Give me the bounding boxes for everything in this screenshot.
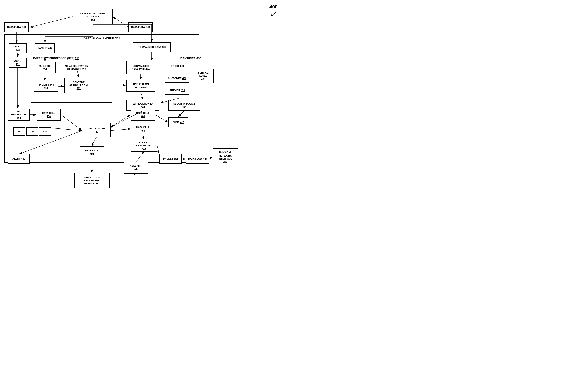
- done-label: DONE 420: [172, 121, 184, 124]
- content-search-box: CONTENTSEARCH LOGIC312: [64, 78, 93, 93]
- packet1-box: PACKET402: [9, 43, 27, 53]
- pni-top-ref: 302: [91, 18, 95, 21]
- data-cell5-box: DATA CELL408: [124, 162, 148, 174]
- cell-router-box: CELL ROUTER410: [82, 123, 111, 137]
- packet-bottom-box: PACKET 402: [159, 154, 181, 164]
- data-flow-top-right-box: DATA FLOW 444: [128, 22, 153, 32]
- p2-label: PACKET402: [13, 59, 23, 66]
- dfb-label: DATA FLOW 444: [188, 157, 207, 160]
- figure-number: 400: [269, 4, 278, 17]
- pni-top-box: PHYSICAL NETWORKINTERFACE 302: [73, 9, 113, 24]
- pg-label: PACKETGENERATOR418: [136, 141, 152, 150]
- svg-marker-1: [271, 14, 273, 16]
- cell450-label: 450: [17, 130, 21, 133]
- fp-label: FINGERPRINT 448: [35, 83, 56, 90]
- other-label: OTHER 440: [170, 64, 184, 68]
- data-cell2-box: DATA CELL408: [131, 109, 155, 121]
- dc4-label: DATA CELL408: [85, 149, 98, 155]
- dftr-label: DATA FLOW 444: [131, 26, 150, 28]
- svg-line-5: [113, 17, 128, 27]
- cell454-label: 454: [43, 130, 47, 133]
- packet2-box: PACKET402: [9, 57, 27, 68]
- dfp-label: DATA FLOW PROCESSOR (DFP) 310: [33, 57, 79, 60]
- cr-label: CELL ROUTER410: [88, 127, 105, 133]
- norm-data-type-box: NORMALIZEDDATA TYPE 424: [126, 61, 155, 74]
- app-group-box: APPLICATIONGROUP 422: [126, 80, 155, 92]
- alert-label: ALERT 442: [12, 157, 25, 160]
- ml-accel-box: ML ACCELERATIONHARDWARE 318: [62, 62, 91, 73]
- p1-label: PACKET402: [13, 45, 23, 51]
- packet-gen-box: PACKETGENERATOR418: [131, 140, 157, 152]
- p3-label: PACKET 402: [38, 46, 52, 50]
- diagram: 400 PHYSICAL NETWORKINTERFACE 302 DATA F…: [0, 0, 285, 196]
- ai-label: APPLICATION ID412: [133, 102, 153, 109]
- data-cell1-box: DATA CELL408: [37, 109, 61, 121]
- svg-line-4: [30, 17, 73, 27]
- pni-top-label: PHYSICAL NETWORKINTERFACE: [80, 12, 105, 18]
- ndt-label: NORMALIZEDDATA TYPE 424: [132, 64, 150, 71]
- csl-label: CONTENTSEARCH LOGIC312: [69, 81, 88, 90]
- dc1-label: DATA CELL408: [42, 112, 55, 118]
- sp-label: SECURITY POLICY414: [173, 102, 195, 109]
- alert-box: ALERT 442: [8, 154, 30, 164]
- app-proc-box: APPLICATIONPROCESSORMODULE 212: [74, 173, 110, 188]
- ml-logic-box: ML LOGIC314: [34, 62, 56, 73]
- service-level-box: SERVICELEVEL438: [193, 69, 214, 83]
- apm-label: APPLICATIONPROCESSORMODULE 212: [84, 176, 100, 185]
- ag-label: APPLICATIONGROUP 422: [132, 83, 149, 89]
- sl-label: SERVICELEVEL438: [198, 71, 209, 81]
- service-box: SERVICE 434: [165, 86, 189, 95]
- security-policy-box: SECURITY POLICY414: [168, 100, 200, 111]
- nd-label: NORMALIZED DATA 428: [138, 45, 166, 48]
- ml-logic-label: ML LOGIC314: [39, 64, 51, 71]
- cell454-box: 454: [39, 127, 51, 136]
- cell450-box: 450: [13, 127, 26, 136]
- pni-bottom-box: PHYSICALNETWORKINTERFACE302: [213, 148, 238, 166]
- data-flow-top-left-box: DATA FLOW 444: [4, 22, 29, 32]
- packet3-box: PACKET 402: [35, 43, 55, 53]
- norm-data-box: NORMALIZED DATA 428: [133, 42, 170, 52]
- done-box: DONE 420: [168, 117, 188, 127]
- id-label: IDENTIFIER 430: [180, 57, 201, 60]
- dc2-label: DATA CELL408: [136, 112, 150, 118]
- cell452-box: 452: [26, 127, 38, 136]
- fingerprint-box: FINGERPRINT 448: [34, 81, 58, 92]
- service-label: SERVICE 434: [169, 89, 185, 92]
- cell452-label: 452: [30, 130, 34, 133]
- dc5-label: DATA CELL408: [130, 165, 143, 171]
- cg-label: CELLGENERATOR404: [11, 110, 26, 119]
- other-box: OTHER 440: [165, 62, 189, 70]
- svg-line-35: [209, 157, 212, 159]
- customer-box: CUSTOMER 432: [165, 74, 189, 83]
- customer-label: CUSTOMER 432: [168, 77, 186, 80]
- data-cell3-box: DATA CELL408: [131, 123, 155, 135]
- dftl-label: DATA FLOW 444: [7, 26, 26, 28]
- cell-gen-box: CELLGENERATOR404: [8, 109, 30, 121]
- ml-accel-label: ML ACCELERATIONHARDWARE 318: [65, 64, 88, 71]
- dfe-label: DATA FLOW ENGINE 308: [83, 37, 120, 40]
- data-flow-bottom-box: DATA FLOW 444: [186, 154, 209, 164]
- pni-b-label: PHYSICALNETWORKINTERFACE302: [218, 151, 232, 163]
- pb-label: PACKET 402: [163, 157, 178, 160]
- data-cell4-box: DATA CELL408: [80, 146, 104, 158]
- dc3-label: DATA CELL408: [136, 126, 150, 132]
